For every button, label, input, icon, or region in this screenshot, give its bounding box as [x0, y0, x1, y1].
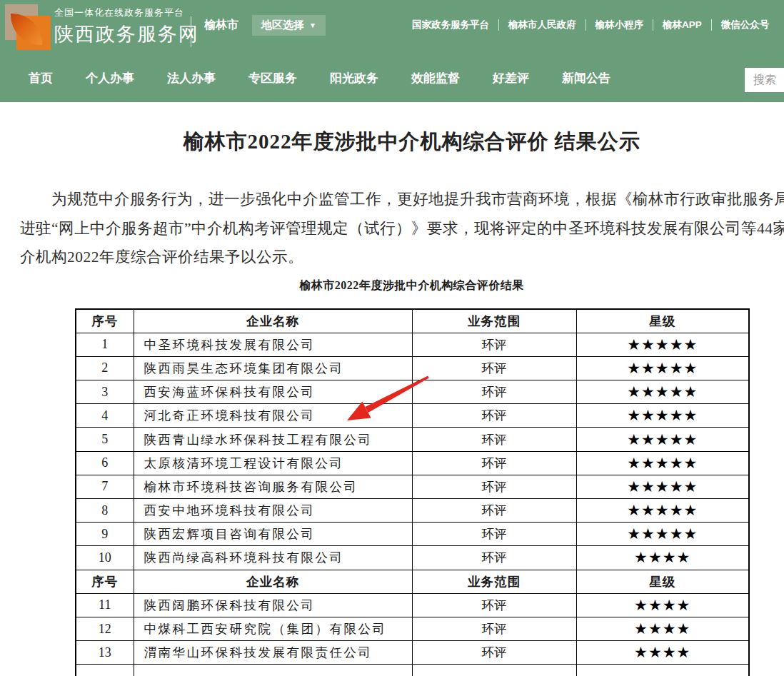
- empty-cell: [576, 665, 749, 676]
- table-row: 1中圣环境科技发展有限公司环评★★★★★: [76, 333, 749, 356]
- table-row: 11陕西阔鹏环保科技有限公司环评★★★★: [76, 593, 749, 617]
- company-name-cell: 陕西雨昊生态环境集团有限公司: [134, 356, 412, 380]
- company-name-cell: 陕西阔鹏环保科技有限公司: [134, 593, 412, 617]
- business-scope-cell: 环评: [412, 404, 576, 428]
- serial-number-cell: 11: [76, 593, 134, 617]
- link-separator: [586, 19, 586, 31]
- link-wechat-official[interactable]: 微信公众号: [721, 19, 770, 31]
- star-rating-cell: ★★★★: [576, 617, 749, 640]
- star-rating-cell: ★★★★★: [576, 523, 749, 546]
- star-rating-cell: ★★★★★: [576, 451, 749, 475]
- search-input[interactable]: [745, 68, 784, 92]
- serial-number-cell: 5: [76, 428, 134, 451]
- region-selector-label: 地区选择: [261, 19, 304, 32]
- nav-item-open-gov[interactable]: 阳光政务: [330, 70, 378, 86]
- table-row-partial: [76, 665, 749, 676]
- announcement-document: 榆林市2022年度涉批中介机构综合评价 结果公示 为规范中介服务行为，进一步强化…: [0, 102, 784, 676]
- empty-cell: [76, 665, 134, 676]
- main-nav: 首页 个人办事 法人办事 专区服务 阳光政务 效能监督 好差评 新闻公告: [29, 54, 610, 102]
- star-rating-cell: ★★★★★: [576, 475, 749, 498]
- serial-number-cell: 8: [76, 499, 134, 523]
- brand-divider: [191, 16, 191, 47]
- business-scope-cell: 环评: [412, 641, 576, 665]
- column-header: 序号: [76, 309, 134, 333]
- company-name-cell: 榆林市环境科技咨询服务有限公司: [134, 475, 412, 498]
- business-scope-cell: 环评: [412, 380, 576, 404]
- star-rating-cell: ★★★★: [576, 641, 749, 665]
- table-row: 3西安海蓝环保科技有限公司环评★★★★★: [76, 380, 749, 404]
- star-rating-cell: ★★★★★: [576, 333, 749, 356]
- serial-number-cell: 3: [76, 380, 134, 404]
- site-brand: 全国一体化在线政务服务平台 陕西政务服务网: [54, 6, 199, 47]
- business-scope-cell: 环评: [412, 333, 576, 356]
- site-name: 陕西政务服务网: [54, 21, 199, 47]
- star-rating-cell: ★★★★★: [576, 404, 749, 428]
- column-header: 序号: [76, 570, 134, 593]
- nav-item-rating[interactable]: 好差评: [493, 70, 529, 86]
- nav-item-news[interactable]: 新闻公告: [562, 70, 610, 86]
- star-rating-cell: ★★★★: [576, 593, 749, 617]
- nav-item-zone-services[interactable]: 专区服务: [248, 70, 297, 86]
- empty-cell: [412, 665, 576, 676]
- paragraph-line: 介机构2022年度综合评价结果予以公示。: [20, 243, 784, 272]
- column-header: 星级: [576, 570, 749, 593]
- star-rating-cell: ★★★★: [576, 546, 749, 570]
- business-scope-cell: 环评: [412, 617, 576, 640]
- table-row: 13渭南华山环保科技发展有限责任公司环评★★★★: [76, 641, 749, 665]
- company-name-cell: 陕西青山绿水环保科技工程有限公司: [134, 428, 412, 451]
- table-row: 7榆林市环境科技咨询服务有限公司环评★★★★★: [76, 475, 749, 498]
- column-header: 业务范围: [412, 570, 576, 593]
- company-name-cell: 中圣环境科技发展有限公司: [134, 333, 412, 356]
- star-rating-cell: ★★★★★: [576, 380, 749, 404]
- page-title: 榆林市2022年度涉批中介机构综合评价 结果公示: [0, 128, 784, 156]
- table-row: 12中煤科工西安研究院（集团）有限公司环评★★★★: [76, 617, 749, 640]
- star-rating-cell: ★★★★★: [576, 428, 749, 451]
- table-row: 9陕西宏辉项目咨询有限公司环评★★★★★: [76, 523, 749, 546]
- nav-item-home[interactable]: 首页: [29, 70, 53, 86]
- business-scope-cell: 环评: [412, 499, 576, 523]
- table-row: 10陕西尚绿高科环境科技有限公司环评★★★★: [76, 546, 749, 570]
- business-scope-cell: 环评: [412, 428, 576, 451]
- business-scope-cell: 环评: [412, 593, 576, 617]
- serial-number-cell: 13: [76, 641, 134, 665]
- region-selector-button[interactable]: 地区选择 ▼: [252, 15, 326, 36]
- serial-number-cell: 1: [76, 333, 134, 356]
- nav-item-legal-person[interactable]: 法人办事: [167, 70, 216, 86]
- table-row: 8西安中地环境科技有限公司环评★★★★★: [76, 499, 749, 523]
- link-separator: [711, 19, 712, 31]
- serial-number-cell: 6: [76, 451, 134, 475]
- serial-number-cell: 4: [76, 404, 134, 428]
- column-header: 星级: [576, 309, 749, 333]
- column-header: 业务范围: [412, 309, 576, 333]
- table-header-row: 序号企业名称业务范围星级: [76, 570, 749, 593]
- serial-number-cell: 12: [76, 617, 134, 640]
- column-header: 企业名称: [134, 309, 412, 333]
- link-national-platform[interactable]: 国家政务服务平台: [412, 19, 489, 31]
- site-header: 全国一体化在线政务服务平台 陕西政务服务网 榆林市 地区选择 ▼ 国家政务服务平…: [0, 0, 784, 102]
- link-mini-program[interactable]: 榆林小程序: [595, 19, 644, 31]
- link-city-government[interactable]: 榆林市人民政府: [508, 19, 576, 31]
- site-logo: [5, 4, 51, 50]
- business-scope-cell: 环评: [412, 475, 576, 498]
- table-row: 5陕西青山绿水环保科技工程有限公司环评★★★★★: [76, 428, 749, 451]
- link-city-app[interactable]: 榆林APP: [663, 19, 702, 31]
- serial-number-cell: 2: [76, 356, 134, 380]
- chevron-down-icon: ▼: [309, 22, 316, 29]
- paragraph-line: 为规范中介服务行为，进一步强化中介监管工作，更好地提升我市营商环境，根据《榆林市…: [20, 185, 784, 214]
- company-name-cell: 河北奇正环境科技有限公司: [134, 404, 412, 428]
- business-scope-cell: 环评: [412, 451, 576, 475]
- company-name-cell: 西安海蓝环保科技有限公司: [134, 380, 412, 404]
- nav-item-efficiency[interactable]: 效能监督: [411, 70, 460, 86]
- nav-item-personal[interactable]: 个人办事: [86, 70, 134, 86]
- table-header-row: 序号企业名称业务范围星级: [76, 309, 749, 333]
- table-caption: 榆林市2022年度涉批中介机构综合评价结果: [0, 278, 784, 293]
- header-links: 国家政务服务平台 榆林市人民政府 榆林小程序 榆林APP 微信公众号 注册: [412, 0, 784, 50]
- table-row: 2陕西雨昊生态环境集团有限公司环评★★★★★: [76, 356, 749, 380]
- company-name-cell: 渭南华山环保科技发展有限责任公司: [134, 641, 412, 665]
- table-row: 4河北奇正环境科技有限公司环评★★★★★: [76, 404, 749, 428]
- column-header: 企业名称: [134, 570, 412, 593]
- company-name-cell: 中煤科工西安研究院（集团）有限公司: [134, 617, 412, 640]
- table-row: 6太原核清环境工程设计有限公司环评★★★★★: [76, 451, 749, 475]
- platform-tagline: 全国一体化在线政务服务平台: [54, 6, 199, 19]
- business-scope-cell: 环评: [412, 546, 576, 570]
